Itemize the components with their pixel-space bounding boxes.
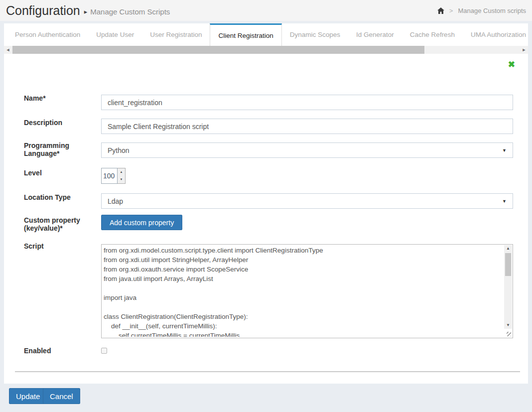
- script-editor[interactable]: from org.xdi.model.custom.script.type.cl…: [101, 244, 513, 338]
- programming-language-value: Python: [108, 146, 130, 154]
- tab-user-registration[interactable]: User Registration: [142, 23, 210, 46]
- location-type-label: Location Type: [24, 193, 100, 201]
- chevron-down-icon: ▼: [502, 148, 507, 153]
- page-header: Configuration ▸ Manage Custom Scripts > …: [0, 0, 532, 21]
- description-label: Description: [24, 119, 100, 127]
- level-stepper: ▲ ▼: [101, 168, 126, 184]
- description-input[interactable]: [101, 119, 513, 134]
- name-input[interactable]: [101, 95, 513, 110]
- close-icon[interactable]: ✖: [508, 60, 515, 69]
- tab-update-user[interactable]: Update User: [88, 23, 142, 46]
- divider: [15, 371, 520, 372]
- breadcrumb: > Manage Custom scripts: [437, 7, 526, 14]
- location-type-select[interactable]: Ldap ▼: [101, 193, 513, 209]
- page-subtitle: Manage Custom Scripts: [90, 7, 170, 16]
- tab-dynamic-scopes[interactable]: Dynamic Scopes: [282, 23, 348, 46]
- scroll-left-arrow-icon[interactable]: ◄: [4, 46, 12, 54]
- custom-property-label: Custom property (key/value)*: [24, 216, 100, 232]
- tab-cache-refresh[interactable]: Cache Refresh: [402, 23, 463, 46]
- programming-language-label: Programming Language*: [24, 141, 100, 157]
- add-custom-property-button[interactable]: Add custom property: [101, 215, 182, 230]
- spin-down-icon[interactable]: ▼: [118, 176, 125, 183]
- breadcrumb-current: Manage Custom scripts: [458, 7, 526, 14]
- script-type-tabs: Person Authentication Update User User R…: [4, 23, 528, 46]
- enabled-label: Enabled: [24, 347, 100, 355]
- programming-language-select[interactable]: Python ▼: [101, 142, 513, 158]
- resize-grip[interactable]: [505, 330, 512, 337]
- script-content[interactable]: from org.xdi.model.custom.script.type.cl…: [102, 245, 504, 337]
- page-title: Configuration: [6, 3, 80, 18]
- name-label: Name*: [24, 94, 100, 102]
- level-spin-buttons: ▲ ▼: [118, 168, 126, 184]
- cancel-button[interactable]: Cancel: [43, 388, 80, 404]
- location-type-value: Ldap: [108, 197, 123, 205]
- level-input[interactable]: [101, 168, 118, 184]
- home-icon[interactable]: [437, 7, 444, 14]
- title-separator-icon: ▸: [84, 8, 88, 15]
- update-button[interactable]: Update: [9, 388, 47, 404]
- vertical-scrollbar-thumb[interactable]: [505, 253, 511, 276]
- scroll-up-arrow-icon[interactable]: ▲: [504, 245, 512, 252]
- horizontal-scrollbar-thumb[interactable]: [12, 46, 424, 54]
- enabled-checkbox[interactable]: [101, 348, 107, 354]
- level-label: Level: [24, 169, 100, 177]
- content-panel: Person Authentication Update User User R…: [4, 23, 528, 384]
- spin-up-icon[interactable]: ▲: [118, 168, 125, 176]
- tab-person-authentication[interactable]: Person Authentication: [7, 23, 88, 46]
- breadcrumb-separator: >: [449, 7, 453, 14]
- scroll-right-arrow-icon[interactable]: ►: [520, 46, 528, 54]
- tab-uma-authorization-policies[interactable]: UMA Authorization Policies: [463, 23, 528, 46]
- chevron-down-icon: ▼: [502, 199, 507, 204]
- tabs-horizontal-scrollbar[interactable]: ◄ ►: [4, 46, 528, 54]
- tab-client-registration[interactable]: Client Registration: [210, 23, 281, 46]
- scroll-down-arrow-icon[interactable]: ▼: [504, 322, 512, 329]
- script-label: Script: [24, 242, 100, 250]
- script-vertical-scrollbar[interactable]: ▲ ▼: [504, 245, 512, 329]
- tab-id-generator[interactable]: Id Generator: [348, 23, 402, 46]
